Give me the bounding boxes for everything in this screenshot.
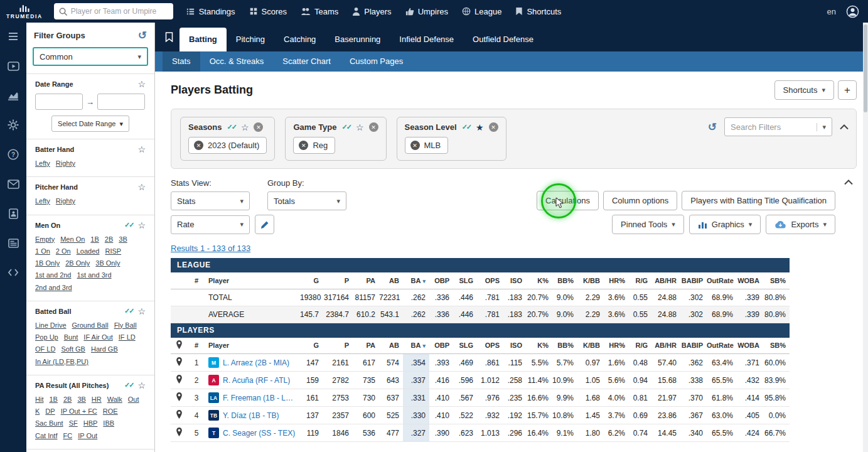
remove-chip-icon[interactable]: ✕ (194, 141, 203, 150)
collapse-filters-icon[interactable] (840, 124, 849, 130)
favorite-star-icon[interactable]: ☆ (137, 307, 146, 316)
filter-option-link[interactable]: 2 On (56, 245, 71, 257)
col-WOBA[interactable]: WOBA (737, 272, 763, 289)
col-OutRate[interactable]: OutRate (707, 338, 737, 354)
filter-option-link[interactable]: 3B (119, 234, 127, 245)
filter-option-link[interactable]: Lefty (35, 158, 50, 170)
col-BA[interactable]: BA▾ (403, 338, 429, 354)
filter-option-link[interactable]: 3B Only (95, 257, 120, 269)
nav-umpires[interactable]: Umpires (405, 7, 448, 16)
bookmark-page-icon[interactable] (165, 32, 173, 42)
col-BABIP[interactable]: BABIP (680, 272, 707, 289)
search-input[interactable] (71, 7, 169, 16)
favorite-star-icon[interactable]: ☆ (137, 221, 146, 230)
filter-option-link[interactable]: 1B (90, 234, 99, 245)
filter-option-link[interactable]: IF LD (119, 331, 136, 343)
nav-standings[interactable]: Standings (186, 7, 235, 16)
date-from-input[interactable] (35, 94, 83, 110)
multi-select-check-icon[interactable]: ✓✓ (124, 381, 133, 389)
player-name-link[interactable]: C. Seager (SS - TEX) (223, 429, 295, 438)
remove-group-icon[interactable]: ✕ (254, 122, 263, 132)
filter-option-link[interactable]: OF LD (35, 343, 55, 355)
filter-option-link[interactable]: Righty (56, 158, 75, 170)
help-icon[interactable]: ? (7, 148, 19, 161)
filter-option-link[interactable]: DP (45, 406, 55, 417)
tab-catching[interactable]: Catching (274, 28, 325, 51)
tab-infield-defense[interactable]: Infield Defense (390, 28, 463, 51)
col-SLG[interactable]: SLG (453, 272, 477, 289)
filter-option-link[interactable]: Line Drive (35, 320, 67, 331)
filter-option-link[interactable]: Men On (60, 234, 85, 245)
scrollbar[interactable] (863, 23, 868, 452)
col-OBP[interactable]: OBP (429, 338, 453, 354)
col-G[interactable]: G (300, 272, 323, 289)
rate-select[interactable]: Rate▾ (171, 215, 250, 234)
filter-option-link[interactable]: Hit (35, 394, 43, 406)
col-BBpct[interactable]: BB% (552, 338, 577, 354)
player-name-link[interactable]: R. Acuña (RF - ATL) (223, 376, 290, 385)
col-OPS[interactable]: OPS (477, 338, 503, 354)
pinned-tools-dropdown[interactable]: Pinned Tools▾ (612, 215, 684, 234)
col-PA[interactable]: PA (353, 338, 379, 354)
col-P[interactable]: P (323, 338, 353, 354)
nav-scores[interactable]: Scores (249, 7, 287, 16)
mail-icon[interactable] (7, 178, 19, 190)
language-selector[interactable]: en (827, 7, 836, 16)
filter-option-link[interactable]: K (35, 406, 40, 417)
qualification-button[interactable]: Players with Batting Title Qualification (682, 191, 835, 210)
filter-option-link[interactable]: Empty (35, 234, 55, 245)
pin-row-icon[interactable] (171, 407, 187, 424)
favorite-star-filled-icon[interactable]: ★ (476, 123, 484, 132)
col-HRpct[interactable]: HR% (604, 272, 629, 289)
filter-option-link[interactable]: 1B Only (35, 257, 60, 269)
tab-baserunning[interactable]: Baserunning (325, 28, 390, 51)
filter-option-link[interactable]: Pop Up (35, 331, 58, 343)
exports-dropdown[interactable]: Exports▾ (766, 215, 835, 234)
tab-scatter-chart[interactable]: Scatter Chart (273, 51, 340, 72)
chart-icon[interactable] (7, 89, 19, 102)
filter-option-link[interactable]: Loaded (77, 245, 100, 257)
menu-icon[interactable] (7, 30, 19, 43)
col-ABHR[interactable]: AB/HR (651, 272, 680, 289)
col-SBpct[interactable]: SB% (763, 272, 790, 289)
col-Kpct[interactable]: K% (526, 338, 552, 354)
filter-option-link[interactable]: HBP (83, 417, 98, 429)
filter-option-link[interactable]: Out (128, 394, 139, 406)
filter-option-link[interactable]: 2B (105, 234, 113, 245)
tab-outfield-defense[interactable]: Outfield Defense (463, 28, 543, 51)
tab-custom-pages[interactable]: Custom Pages (340, 51, 412, 72)
col-SBpct[interactable]: SB% (763, 338, 790, 354)
add-page-button[interactable]: + (838, 80, 857, 100)
filter-option-link[interactable]: IBB (103, 417, 114, 429)
filter-option-link[interactable]: 2nd and 3rd (35, 282, 72, 294)
results-count[interactable]: Results 1 - 133 of 133 (171, 244, 250, 253)
favorite-star-icon[interactable]: ☆ (356, 123, 364, 132)
scrollbar-thumb[interactable] (864, 24, 867, 112)
search-filters-select[interactable]: Search Filters▾ (724, 117, 832, 136)
player-column-header[interactable]: Player (206, 272, 300, 289)
stats-view-select[interactable]: Stats▾ (171, 191, 250, 210)
player-name-link[interactable]: Y. Díaz (1B - TB) (223, 411, 279, 420)
filter-option-link[interactable]: SF (69, 417, 78, 429)
tab-batting[interactable]: Batting (179, 28, 227, 51)
filter-chip[interactable]: ✕Reg (293, 137, 335, 154)
col-RG[interactable]: R/G (629, 338, 651, 354)
filter-option-link[interactable]: Lefty (35, 195, 50, 207)
filter-option-link[interactable]: Fly Ball (114, 320, 137, 331)
favorite-star-icon[interactable]: ☆ (137, 80, 146, 89)
col-ISO[interactable]: ISO (503, 272, 526, 289)
col-ABHR[interactable]: AB/HR (651, 338, 680, 354)
filter-chip[interactable]: ✕MLB (405, 137, 449, 154)
trumedia-logo[interactable]: TRUMEDIA (6, 4, 43, 19)
nav-league[interactable]: League (462, 7, 501, 16)
filter-option-link[interactable]: IF Air Out (83, 331, 112, 343)
filter-option-link[interactable]: FC (63, 430, 72, 442)
col-AB[interactable]: AB (379, 338, 403, 354)
rank-column-header[interactable]: # (187, 338, 206, 354)
player-name-link[interactable]: L. Arraez (2B - MIA) (223, 358, 289, 367)
column-options-button[interactable]: Column options (603, 191, 677, 210)
remove-group-icon[interactable]: ✕ (489, 122, 498, 132)
col-OBP[interactable]: OBP (429, 272, 453, 289)
nav-players[interactable]: Players (352, 7, 391, 16)
col-ISO[interactable]: ISO (503, 338, 526, 354)
